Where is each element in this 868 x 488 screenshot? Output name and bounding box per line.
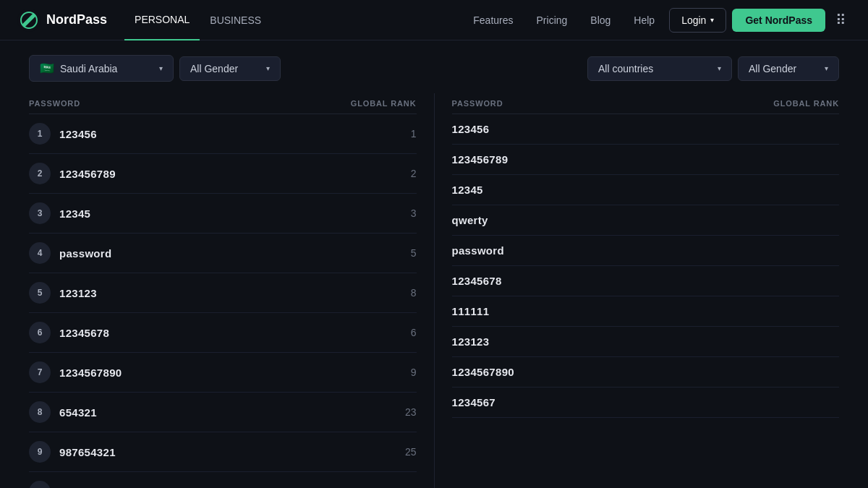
password-text: 123456 xyxy=(59,128,385,140)
rank-badge: 7 xyxy=(29,361,51,383)
right-col-rank-header: GLOBAL RANK xyxy=(773,99,839,108)
left-table-row: 4 password 5 xyxy=(29,234,417,273)
chevron-down-icon: ▾ xyxy=(710,16,714,24)
rank-badge: 1 xyxy=(29,123,51,145)
global-rank-text: 2 xyxy=(393,168,417,179)
rank-badge: 2 xyxy=(29,163,51,184)
left-filter-group: 🇸🇦 Saudi Arabia ▾ All Gender ▾ xyxy=(29,55,281,82)
right-table-panel: PASSWORD GLOBAL RANK 123456 123456789 12… xyxy=(434,93,840,488)
left-table-row: 3 12345 3 xyxy=(29,194,417,234)
grid-dots-icon[interactable]: ⠿ xyxy=(831,12,851,29)
right-table-row: 123456 xyxy=(452,114,840,145)
password-text-right: 1234567890 xyxy=(452,366,840,378)
left-col-password-header: PASSWORD xyxy=(29,99,80,108)
chevron-down-icon-country-right: ▾ xyxy=(718,64,721,72)
nav-links-right: Features Pricing Blog Help Login ▾ Get N… xyxy=(464,0,851,40)
nav-blog[interactable]: Blog xyxy=(582,0,619,40)
nav-pricing[interactable]: Pricing xyxy=(528,0,576,40)
global-rank-text: 23 xyxy=(393,406,417,418)
left-table-panel: PASSWORD GLOBAL RANK 1 123456 1 2 123456… xyxy=(29,93,434,488)
rank-badge: 9 xyxy=(29,441,51,463)
password-text-right: 123456 xyxy=(452,123,840,135)
right-table-row: 111111 xyxy=(452,296,840,327)
nav-business[interactable]: BUSINESS xyxy=(200,0,271,40)
rank-badge: 6 xyxy=(29,322,51,343)
password-text: 12345 xyxy=(59,207,385,220)
logo[interactable]: NordPass xyxy=(17,9,107,32)
gender-label-right: All Gender xyxy=(749,63,819,74)
password-text-right: 123456789 xyxy=(452,153,840,166)
password-text-right: 12345 xyxy=(452,184,840,196)
chevron-down-icon-gender-right: ▾ xyxy=(825,64,828,72)
country-flag-left: 🇸🇦 xyxy=(40,61,54,75)
global-rank-text: 5 xyxy=(393,247,417,259)
country-label-left: Saudi Arabia xyxy=(60,63,153,74)
left-table-row: 2 123456789 2 xyxy=(29,154,417,194)
rank-badge: 10 xyxy=(29,481,51,488)
right-table-row: 1234567 xyxy=(452,388,840,418)
global-rank-text: 25 xyxy=(393,446,417,458)
password-text: password xyxy=(59,247,385,260)
gender-dropdown-left[interactable]: All Gender ▾ xyxy=(179,56,281,81)
main-content: 🇸🇦 Saudi Arabia ▾ All Gender ▾ All count… xyxy=(0,40,868,488)
logo-text: NordPass xyxy=(46,12,107,27)
password-text-right: 12345678 xyxy=(452,275,840,287)
password-text-right: 111111 xyxy=(452,305,840,317)
right-table-row: 12345 xyxy=(452,175,840,205)
nav-links-left: PERSONAL BUSINESS xyxy=(124,0,271,40)
password-text-right: 123123 xyxy=(452,335,840,348)
left-table-row: 1 123456 1 xyxy=(29,114,417,154)
nav-features[interactable]: Features xyxy=(464,0,522,40)
left-table-header: PASSWORD GLOBAL RANK xyxy=(29,93,417,114)
password-text: 123456789 xyxy=(59,168,385,180)
left-table-row: 7 1234567890 9 xyxy=(29,353,417,393)
right-table-header: PASSWORD GLOBAL RANK xyxy=(452,93,840,114)
left-table-row: 5 123123 8 xyxy=(29,273,417,313)
password-text-right: qwerty xyxy=(452,214,840,226)
password-text: 1234567890 xyxy=(59,367,385,379)
right-table-rows: 123456 123456789 12345 qwerty password 1… xyxy=(452,114,840,418)
rank-badge: 5 xyxy=(29,282,51,304)
country-dropdown-left[interactable]: 🇸🇦 Saudi Arabia ▾ xyxy=(29,55,174,82)
right-filter-group: All countries ▾ All Gender ▾ xyxy=(587,55,839,82)
global-rank-text: 8 xyxy=(393,287,417,299)
right-table-row: 123456789 xyxy=(452,145,840,175)
nordpass-logo-icon xyxy=(17,9,41,32)
password-text: 123123 xyxy=(59,287,385,299)
filter-row: 🇸🇦 Saudi Arabia ▾ All Gender ▾ All count… xyxy=(29,55,839,82)
password-text: 654321 xyxy=(59,406,385,419)
global-rank-text: 1 xyxy=(393,128,417,140)
left-table-row: 10 1234567 10 xyxy=(29,472,417,488)
gender-label-left: All Gender xyxy=(190,63,260,74)
password-text: 987654321 xyxy=(59,446,385,458)
left-table-rows: 1 123456 1 2 123456789 2 3 12345 3 4 pas… xyxy=(29,114,417,488)
navbar: NordPass PERSONAL BUSINESS Features Pric… xyxy=(0,0,868,40)
left-table-row: 9 987654321 25 xyxy=(29,432,417,472)
rank-badge: 4 xyxy=(29,242,51,264)
left-table-row: 6 12345678 6 xyxy=(29,313,417,353)
right-table-row: qwerty xyxy=(452,205,840,236)
right-col-password-header: PASSWORD xyxy=(452,99,503,108)
right-table-row: 123123 xyxy=(452,327,840,357)
global-rank-text: 6 xyxy=(393,327,417,338)
country-label-right: All countries xyxy=(598,63,712,74)
rank-badge: 8 xyxy=(29,401,51,423)
right-table-row: 1234567890 xyxy=(452,357,840,388)
tables-container: PASSWORD GLOBAL RANK 1 123456 1 2 123456… xyxy=(29,93,839,488)
nav-personal[interactable]: PERSONAL xyxy=(124,0,200,40)
password-text-right: password xyxy=(452,244,840,257)
nav-help[interactable]: Help xyxy=(625,0,663,40)
global-rank-text: 3 xyxy=(393,207,417,219)
country-dropdown-right[interactable]: All countries ▾ xyxy=(587,56,732,81)
login-button[interactable]: Login ▾ xyxy=(669,8,726,33)
rank-badge: 3 xyxy=(29,202,51,224)
get-nordpass-button[interactable]: Get NordPass xyxy=(732,9,825,32)
password-text: 1234567 xyxy=(59,486,385,489)
chevron-down-icon-country-left: ▾ xyxy=(159,64,163,72)
right-table-row: 12345678 xyxy=(452,266,840,296)
chevron-down-icon-gender-left: ▾ xyxy=(266,64,270,72)
password-text-right: 1234567 xyxy=(452,396,840,408)
left-table-row: 8 654321 23 xyxy=(29,393,417,432)
gender-dropdown-right[interactable]: All Gender ▾ xyxy=(738,56,839,81)
right-table-row: password xyxy=(452,236,840,266)
